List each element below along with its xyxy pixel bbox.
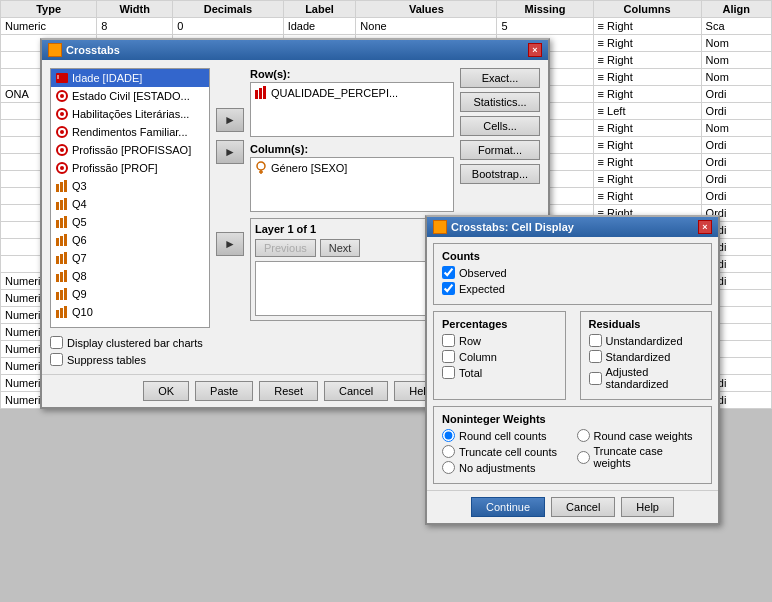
- layer-field[interactable]: [255, 261, 449, 316]
- cell-cancel-button[interactable]: Cancel: [551, 497, 615, 517]
- display-clustered-checkbox[interactable]: [50, 336, 63, 349]
- svg-rect-36: [255, 90, 258, 99]
- col-values: Values: [356, 1, 497, 18]
- bar-icon: [55, 233, 69, 247]
- list-item[interactable]: Q4: [51, 195, 209, 213]
- list-item[interactable]: Q8: [51, 267, 209, 285]
- column-field[interactable]: Género [SEXO]: [250, 157, 454, 212]
- list-item[interactable]: Q5: [51, 213, 209, 231]
- svg-rect-34: [60, 308, 63, 318]
- cell-display-dialog: Crosstabs: Cell Display × Counts Observe…: [425, 215, 720, 525]
- unstandardized-row: Unstandardized: [589, 334, 704, 347]
- cell-display-title: Crosstabs: Cell Display ×: [427, 217, 718, 237]
- expected-checkbox[interactable]: [442, 282, 455, 295]
- variable-list[interactable]: Idade [IDADE] Estado Civil [ESTADO... Ha…: [50, 68, 210, 328]
- list-item[interactable]: Estado Civil [ESTADO...: [51, 87, 209, 105]
- truncate-cell-radio[interactable]: [442, 445, 455, 458]
- residuals-title: Residuals: [589, 318, 704, 330]
- no-adjustments-radio[interactable]: [442, 461, 455, 474]
- cancel-button[interactable]: Cancel: [324, 381, 388, 401]
- reset-button[interactable]: Reset: [259, 381, 318, 401]
- svg-rect-13: [60, 182, 63, 192]
- svg-rect-24: [56, 256, 59, 264]
- round-cell-radio[interactable]: [442, 429, 455, 442]
- svg-rect-18: [56, 220, 59, 228]
- adjusted-standardized-label: Adjusted standardized: [606, 366, 704, 390]
- col-columns: Columns: [593, 1, 701, 18]
- move-layer-button[interactable]: ►: [216, 232, 244, 256]
- list-item[interactable]: Profissão [PROFISSAO]: [51, 141, 209, 159]
- cell-display-footer: Continue Cancel Help: [427, 490, 718, 523]
- list-item[interactable]: Profissão [PROF]: [51, 159, 209, 177]
- suppress-tables-checkbox[interactable]: [50, 353, 63, 366]
- circle-icon: [55, 89, 69, 103]
- row-field[interactable]: QUALIDADE_PERCEPI...: [250, 82, 454, 137]
- column-pct-label: Column: [459, 351, 497, 363]
- ok-button[interactable]: OK: [143, 381, 189, 401]
- list-item[interactable]: Q9: [51, 285, 209, 303]
- column-pct-row: Column: [442, 350, 557, 363]
- svg-rect-14: [64, 180, 67, 192]
- paste-button[interactable]: Paste: [195, 381, 253, 401]
- cells-button[interactable]: Cells...: [460, 116, 540, 136]
- row-field-item: QUALIDADE_PERCEPI...: [254, 86, 450, 100]
- adjusted-standardized-checkbox[interactable]: [589, 372, 602, 385]
- observed-row: Observed: [442, 266, 703, 279]
- svg-rect-22: [60, 236, 63, 246]
- total-pct-row: Total: [442, 366, 557, 379]
- cell-help-button[interactable]: Help: [621, 497, 674, 517]
- exact-button[interactable]: Exact...: [460, 68, 540, 88]
- continue-button[interactable]: Continue: [471, 497, 545, 517]
- round-case-radio[interactable]: [577, 429, 590, 442]
- row-pct-label: Row: [459, 335, 481, 347]
- svg-rect-20: [64, 216, 67, 228]
- layer-section: Layer 1 of 1 Previous Next: [250, 218, 454, 321]
- suppress-tables-label: Suppress tables: [67, 354, 146, 366]
- adjusted-standardized-row: Adjusted standardized: [589, 366, 704, 390]
- svg-point-39: [257, 162, 265, 170]
- standardized-label: Standardized: [606, 351, 671, 363]
- truncate-case-radio[interactable]: [577, 451, 590, 464]
- truncate-cell-label: Truncate cell counts: [459, 446, 557, 458]
- svg-rect-15: [56, 202, 59, 210]
- list-item[interactable]: Q3: [51, 177, 209, 195]
- move-column-button[interactable]: ►: [216, 140, 244, 164]
- col-width: Width: [97, 1, 173, 18]
- cell-display-close-button[interactable]: ×: [698, 220, 712, 234]
- list-item[interactable]: Q7: [51, 249, 209, 267]
- crosstabs-dialog-title: Crosstabs ×: [42, 40, 548, 60]
- row-pct-checkbox[interactable]: [442, 334, 455, 347]
- standardized-checkbox[interactable]: [589, 350, 602, 363]
- observed-checkbox[interactable]: [442, 266, 455, 279]
- noninteger-left: Round cell counts Truncate cell counts N…: [442, 429, 569, 477]
- bootstrap-button[interactable]: Bootstrap...: [460, 164, 540, 184]
- total-pct-checkbox[interactable]: [442, 366, 455, 379]
- layer-nav: Previous Next: [255, 239, 449, 257]
- statistics-button[interactable]: Statistics...: [460, 92, 540, 112]
- previous-button[interactable]: Previous: [255, 239, 316, 257]
- total-pct-label: Total: [459, 367, 482, 379]
- column-label: Column(s):: [250, 143, 454, 155]
- crosstabs-close-button[interactable]: ×: [528, 43, 542, 57]
- list-item[interactable]: Q10: [51, 303, 209, 321]
- list-item[interactable]: Habilitações Literárias...: [51, 105, 209, 123]
- svg-rect-21: [56, 238, 59, 246]
- list-item[interactable]: Q6: [51, 231, 209, 249]
- counts-section: Counts Observed Expected: [433, 243, 712, 305]
- svg-point-11: [60, 166, 64, 170]
- round-case-row: Round case weights: [577, 429, 704, 442]
- list-item[interactable]: Rendimentos Familiar...: [51, 123, 209, 141]
- col-missing: Missing: [497, 1, 593, 18]
- cell-display-icon: [433, 220, 447, 234]
- next-button[interactable]: Next: [320, 239, 361, 257]
- list-item[interactable]: Idade [IDADE]: [51, 69, 209, 87]
- round-cell-row: Round cell counts: [442, 429, 569, 442]
- no-adjustments-label: No adjustments: [459, 462, 535, 474]
- svg-rect-31: [60, 290, 63, 300]
- format-button[interactable]: Format...: [460, 140, 540, 160]
- cell-display-title-label: Crosstabs: Cell Display: [451, 221, 574, 233]
- col-label: Label: [283, 1, 356, 18]
- unstandardized-checkbox[interactable]: [589, 334, 602, 347]
- column-pct-checkbox[interactable]: [442, 350, 455, 363]
- move-row-button[interactable]: ►: [216, 108, 244, 132]
